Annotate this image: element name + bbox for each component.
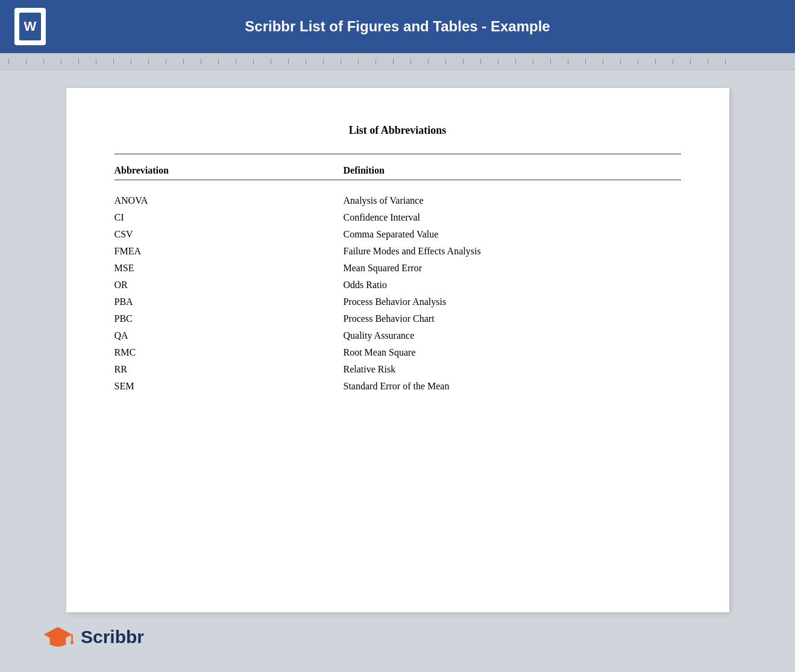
abbreviation-cell: CSV — [115, 229, 344, 240]
table-row: MSEMean Squared Error — [115, 260, 681, 277]
ruler-tick — [148, 59, 149, 64]
abbreviation-cell: RR — [115, 364, 344, 375]
ruler-tick — [131, 59, 131, 64]
ruler-tick — [673, 59, 673, 64]
ruler-tick — [655, 59, 656, 64]
definition-cell: Relative Risk — [344, 364, 681, 375]
column-headers: Abbreviation Definition — [115, 165, 681, 176]
word-icon-inner: W — [19, 13, 41, 40]
ruler-tick — [410, 59, 411, 64]
ruler-tick — [236, 59, 236, 64]
ruler-tick — [358, 59, 359, 64]
ruler-tick — [376, 59, 376, 64]
table-row: OROdds Ratio — [115, 277, 681, 294]
bottom-divider — [115, 180, 681, 180]
top-divider — [115, 154, 681, 154]
abbreviation-cell: FMEA — [115, 246, 344, 257]
table-row: ANOVAAnalysis of Variance — [115, 192, 681, 209]
abbreviation-cell: ANOVA — [115, 195, 344, 206]
ruler-tick — [690, 59, 691, 64]
svg-point-2 — [71, 641, 74, 644]
document-page: List of Abbreviations Abbreviation Defin… — [66, 88, 729, 612]
definition-cell: Mean Squared Error — [344, 263, 681, 274]
ruler-tick — [480, 59, 481, 64]
table-row: CIConfidence Interval — [115, 209, 681, 226]
column-header-abbreviation: Abbreviation — [115, 165, 344, 176]
app-header: W Scribbr List of Figures and Tables - E… — [0, 0, 795, 53]
ruler-tick — [166, 59, 166, 64]
word-icon: W — [14, 8, 46, 45]
abbreviation-cell: MSE — [115, 263, 344, 274]
abbreviation-cell: QA — [115, 330, 344, 341]
ruler-marks — [0, 54, 795, 69]
definition-cell: Process Behavior Chart — [344, 313, 681, 324]
ruler-tick — [498, 59, 498, 64]
table-row: FMEAFailure Modes and Effects Analysis — [115, 243, 681, 260]
table-row: PBAProcess Behavior Analysis — [115, 294, 681, 310]
ruler-tick — [43, 59, 44, 64]
ruler-tick — [568, 59, 568, 64]
abbreviation-cell: SEM — [115, 381, 344, 392]
scribbr-logo-icon — [42, 624, 74, 650]
scribbr-logo: Scribbr — [36, 624, 144, 650]
definition-cell: Comma Separated Value — [344, 229, 681, 240]
table-row: RMCRoot Mean Square — [115, 344, 681, 361]
ruler-tick — [393, 59, 394, 64]
ruler-tick — [638, 59, 638, 64]
definition-cell: Standard Error of the Mean — [344, 381, 681, 392]
ruler-tick — [253, 59, 254, 64]
ruler-tick — [113, 59, 114, 64]
footer-area: Scribbr — [0, 630, 795, 668]
abbreviation-cell: RMC — [115, 347, 344, 358]
document-title: List of Abbreviations — [115, 124, 681, 137]
svg-marker-0 — [43, 627, 72, 642]
ruler-tick — [306, 59, 306, 64]
ruler-tick — [428, 59, 429, 64]
ruler-tick — [61, 59, 61, 64]
ruler-tick — [26, 59, 27, 64]
definition-cell: Root Mean Square — [344, 347, 681, 358]
table-row: RRRelative Risk — [115, 361, 681, 378]
definition-cell: Failure Modes and Effects Analysis — [344, 246, 681, 257]
table-row: CSVComma Separated Value — [115, 226, 681, 243]
ruler — [0, 53, 795, 70]
ruler-tick — [96, 59, 96, 64]
definition-cell: Odds Ratio — [344, 280, 681, 290]
main-area: List of Abbreviations Abbreviation Defin… — [0, 70, 795, 630]
abbreviation-cell: PBA — [115, 297, 344, 307]
table-row: PBCProcess Behavior Chart — [115, 310, 681, 327]
ruler-tick — [183, 59, 184, 64]
ruler-tick — [585, 59, 586, 64]
word-icon-letter: W — [24, 19, 37, 34]
abbreviation-cell: PBC — [115, 313, 344, 324]
column-header-definition: Definition — [344, 165, 681, 176]
definition-cell: Analysis of Variance — [344, 195, 681, 206]
table-row: QAQuality Assurance — [115, 327, 681, 344]
ruler-tick — [515, 59, 516, 64]
definition-cell: Confidence Interval — [344, 212, 681, 223]
definition-cell: Quality Assurance — [344, 330, 681, 341]
scribbr-logo-text: Scribbr — [81, 627, 144, 647]
ruler-tick — [533, 59, 533, 64]
ruler-tick — [708, 59, 708, 64]
ruler-tick — [341, 59, 341, 64]
ruler-tick — [725, 59, 726, 64]
ruler-tick — [620, 59, 621, 64]
ruler-tick — [603, 59, 603, 64]
abbreviation-cell: CI — [115, 212, 344, 223]
ruler-tick — [8, 59, 9, 64]
ruler-tick — [550, 59, 551, 64]
ruler-tick — [201, 59, 201, 64]
table-row: SEMStandard Error of the Mean — [115, 378, 681, 395]
abbreviation-table: ANOVAAnalysis of VarianceCIConfidence In… — [115, 192, 681, 395]
header-title: Scribbr List of Figures and Tables - Exa… — [60, 18, 735, 35]
ruler-tick — [463, 59, 463, 64]
ruler-tick — [288, 59, 289, 64]
ruler-tick — [218, 59, 219, 64]
ruler-tick — [323, 59, 324, 64]
ruler-tick — [78, 59, 79, 64]
abbreviation-cell: OR — [115, 280, 344, 290]
ruler-tick — [445, 59, 446, 64]
definition-cell: Process Behavior Analysis — [344, 297, 681, 307]
ruler-tick — [271, 59, 271, 64]
